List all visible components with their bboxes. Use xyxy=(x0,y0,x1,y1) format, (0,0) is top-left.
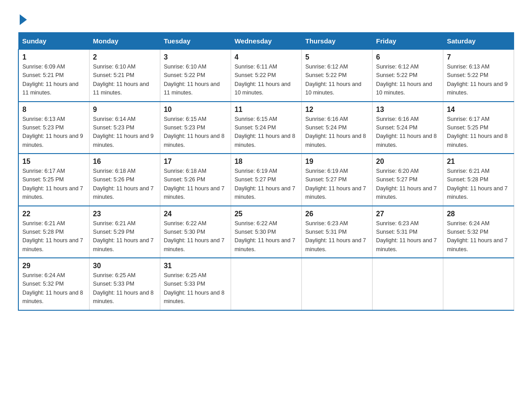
day-info: Sunrise: 6:13 AMSunset: 5:22 PMDaylight:… xyxy=(447,64,508,96)
day-info: Sunrise: 6:09 AMSunset: 5:21 PMDaylight:… xyxy=(22,64,78,96)
column-header-tuesday: Tuesday xyxy=(160,33,231,50)
day-number: 7 xyxy=(447,53,510,61)
day-number: 8 xyxy=(22,106,86,114)
day-info: Sunrise: 6:25 AMSunset: 5:33 PMDaylight:… xyxy=(164,272,225,304)
calendar-cell: 14 Sunrise: 6:17 AMSunset: 5:25 PMDaylig… xyxy=(443,102,514,154)
calendar-cell: 20 Sunrise: 6:20 AMSunset: 5:27 PMDaylig… xyxy=(372,154,443,206)
day-number: 28 xyxy=(447,210,510,218)
day-number: 24 xyxy=(164,210,227,218)
calendar-cell: 19 Sunrise: 6:19 AMSunset: 5:27 PMDaylig… xyxy=(301,154,372,206)
day-info: Sunrise: 6:11 AMSunset: 5:22 PMDaylight:… xyxy=(235,64,291,96)
day-info: Sunrise: 6:12 AMSunset: 5:22 PMDaylight:… xyxy=(305,64,361,96)
day-info: Sunrise: 6:16 AMSunset: 5:24 PMDaylight:… xyxy=(305,116,366,148)
column-header-monday: Monday xyxy=(89,33,160,50)
day-info: Sunrise: 6:15 AMSunset: 5:23 PMDaylight:… xyxy=(164,116,225,148)
calendar-cell: 15 Sunrise: 6:17 AMSunset: 5:25 PMDaylig… xyxy=(18,154,89,206)
day-number: 26 xyxy=(305,210,369,218)
column-header-sunday: Sunday xyxy=(18,33,89,50)
day-number: 12 xyxy=(305,106,369,114)
calendar-cell: 5 Sunrise: 6:12 AMSunset: 5:22 PMDayligh… xyxy=(301,50,372,102)
calendar-cell xyxy=(443,258,514,310)
column-header-thursday: Thursday xyxy=(301,33,372,50)
calendar-header-row: SundayMondayTuesdayWednesdayThursdayFrid… xyxy=(18,33,514,50)
calendar-cell: 17 Sunrise: 6:18 AMSunset: 5:26 PMDaylig… xyxy=(160,154,231,206)
day-number: 6 xyxy=(376,53,439,61)
day-info: Sunrise: 6:13 AMSunset: 5:23 PMDaylight:… xyxy=(22,116,83,148)
calendar-cell: 10 Sunrise: 6:15 AMSunset: 5:23 PMDaylig… xyxy=(160,102,231,154)
calendar-cell: 25 Sunrise: 6:22 AMSunset: 5:30 PMDaylig… xyxy=(231,206,301,258)
day-info: Sunrise: 6:19 AMSunset: 5:27 PMDaylight:… xyxy=(305,168,366,200)
day-number: 14 xyxy=(447,106,510,114)
calendar-cell: 30 Sunrise: 6:25 AMSunset: 5:33 PMDaylig… xyxy=(89,258,160,310)
day-info: Sunrise: 6:12 AMSunset: 5:22 PMDaylight:… xyxy=(376,64,432,96)
day-info: Sunrise: 6:17 AMSunset: 5:25 PMDaylight:… xyxy=(22,168,83,200)
calendar-cell: 7 Sunrise: 6:13 AMSunset: 5:22 PMDayligh… xyxy=(443,50,514,102)
calendar-cell: 11 Sunrise: 6:15 AMSunset: 5:24 PMDaylig… xyxy=(231,102,301,154)
calendar-cell: 27 Sunrise: 6:23 AMSunset: 5:31 PMDaylig… xyxy=(372,206,443,258)
day-info: Sunrise: 6:14 AMSunset: 5:23 PMDaylight:… xyxy=(93,116,154,148)
day-number: 10 xyxy=(164,106,227,114)
day-info: Sunrise: 6:21 AMSunset: 5:29 PMDaylight:… xyxy=(93,220,154,253)
calendar-week-row: 1 Sunrise: 6:09 AMSunset: 5:21 PMDayligh… xyxy=(18,50,514,102)
day-info: Sunrise: 6:18 AMSunset: 5:26 PMDaylight:… xyxy=(93,168,154,200)
calendar-cell: 28 Sunrise: 6:24 AMSunset: 5:32 PMDaylig… xyxy=(443,206,514,258)
column-header-saturday: Saturday xyxy=(443,33,514,50)
day-number: 13 xyxy=(376,106,439,114)
column-header-friday: Friday xyxy=(372,33,443,50)
calendar-cell: 26 Sunrise: 6:23 AMSunset: 5:31 PMDaylig… xyxy=(301,206,372,258)
day-number: 31 xyxy=(164,262,227,270)
day-number: 16 xyxy=(93,158,156,166)
day-number: 3 xyxy=(164,53,227,61)
day-number: 20 xyxy=(376,158,439,166)
day-number: 18 xyxy=(235,158,298,166)
day-info: Sunrise: 6:18 AMSunset: 5:26 PMDaylight:… xyxy=(164,168,225,200)
logo-arrow-icon xyxy=(20,14,27,25)
calendar-cell xyxy=(301,258,372,310)
calendar-week-row: 22 Sunrise: 6:21 AMSunset: 5:28 PMDaylig… xyxy=(18,206,514,258)
calendar-cell: 2 Sunrise: 6:10 AMSunset: 5:21 PMDayligh… xyxy=(89,50,160,102)
day-info: Sunrise: 6:16 AMSunset: 5:24 PMDaylight:… xyxy=(376,116,437,148)
calendar-cell: 24 Sunrise: 6:22 AMSunset: 5:30 PMDaylig… xyxy=(160,206,231,258)
day-info: Sunrise: 6:17 AMSunset: 5:25 PMDaylight:… xyxy=(447,116,508,148)
day-info: Sunrise: 6:25 AMSunset: 5:33 PMDaylight:… xyxy=(93,272,154,304)
day-number: 22 xyxy=(22,210,86,218)
calendar-cell: 8 Sunrise: 6:13 AMSunset: 5:23 PMDayligh… xyxy=(18,102,89,154)
calendar-cell: 29 Sunrise: 6:24 AMSunset: 5:32 PMDaylig… xyxy=(18,258,89,310)
day-number: 4 xyxy=(235,53,298,61)
calendar-cell: 31 Sunrise: 6:25 AMSunset: 5:33 PMDaylig… xyxy=(160,258,231,310)
calendar-cell: 21 Sunrise: 6:21 AMSunset: 5:28 PMDaylig… xyxy=(443,154,514,206)
day-number: 17 xyxy=(164,158,227,166)
day-info: Sunrise: 6:22 AMSunset: 5:30 PMDaylight:… xyxy=(164,220,225,253)
calendar-cell: 4 Sunrise: 6:11 AMSunset: 5:22 PMDayligh… xyxy=(231,50,301,102)
calendar-table: SundayMondayTuesdayWednesdayThursdayFrid… xyxy=(18,32,514,311)
day-info: Sunrise: 6:15 AMSunset: 5:24 PMDaylight:… xyxy=(235,116,296,148)
day-info: Sunrise: 6:10 AMSunset: 5:21 PMDaylight:… xyxy=(93,64,149,96)
calendar-week-row: 8 Sunrise: 6:13 AMSunset: 5:23 PMDayligh… xyxy=(18,102,514,154)
calendar-cell: 16 Sunrise: 6:18 AMSunset: 5:26 PMDaylig… xyxy=(89,154,160,206)
day-number: 15 xyxy=(22,158,86,166)
day-number: 30 xyxy=(93,262,156,270)
day-info: Sunrise: 6:19 AMSunset: 5:27 PMDaylight:… xyxy=(235,168,296,200)
calendar-week-row: 29 Sunrise: 6:24 AMSunset: 5:32 PMDaylig… xyxy=(18,258,514,310)
day-info: Sunrise: 6:21 AMSunset: 5:28 PMDaylight:… xyxy=(447,168,508,200)
day-number: 9 xyxy=(93,106,156,114)
calendar-cell: 3 Sunrise: 6:10 AMSunset: 5:22 PMDayligh… xyxy=(160,50,231,102)
calendar-cell: 18 Sunrise: 6:19 AMSunset: 5:27 PMDaylig… xyxy=(231,154,301,206)
day-info: Sunrise: 6:23 AMSunset: 5:31 PMDaylight:… xyxy=(376,220,437,253)
calendar-cell: 9 Sunrise: 6:14 AMSunset: 5:23 PMDayligh… xyxy=(89,102,160,154)
day-info: Sunrise: 6:20 AMSunset: 5:27 PMDaylight:… xyxy=(376,168,437,200)
day-info: Sunrise: 6:23 AMSunset: 5:31 PMDaylight:… xyxy=(305,220,366,253)
calendar-cell xyxy=(231,258,301,310)
page-header xyxy=(18,13,514,23)
day-number: 11 xyxy=(235,106,298,114)
day-info: Sunrise: 6:21 AMSunset: 5:28 PMDaylight:… xyxy=(22,220,83,253)
day-number: 5 xyxy=(305,53,369,61)
day-number: 25 xyxy=(235,210,298,218)
calendar-cell xyxy=(372,258,443,310)
day-info: Sunrise: 6:24 AMSunset: 5:32 PMDaylight:… xyxy=(22,272,83,304)
calendar-cell: 6 Sunrise: 6:12 AMSunset: 5:22 PMDayligh… xyxy=(372,50,443,102)
calendar-cell: 12 Sunrise: 6:16 AMSunset: 5:24 PMDaylig… xyxy=(301,102,372,154)
day-number: 1 xyxy=(22,53,86,61)
day-number: 2 xyxy=(93,53,156,61)
calendar-cell: 23 Sunrise: 6:21 AMSunset: 5:29 PMDaylig… xyxy=(89,206,160,258)
